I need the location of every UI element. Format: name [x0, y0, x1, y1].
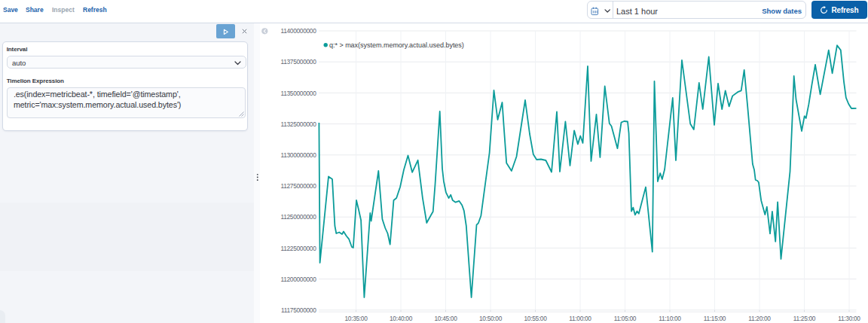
svg-text:11:25:00: 11:25:00: [793, 315, 816, 322]
svg-text:11275000000: 11275000000: [280, 182, 316, 190]
svg-text:11350000000: 11350000000: [280, 90, 316, 97]
svg-text:11225000000: 11225000000: [280, 245, 316, 252]
svg-text:11:20:00: 11:20:00: [748, 315, 771, 322]
svg-text:11300000000: 11300000000: [280, 151, 316, 159]
svg-text:11:15:00: 11:15:00: [704, 315, 726, 322]
svg-text:q:* > max(system.memory.actual: q:* > max(system.memory.actual.used.byte…: [329, 41, 464, 49]
svg-text:11200000000: 11200000000: [280, 276, 316, 283]
svg-text:11375000000: 11375000000: [280, 58, 316, 66]
svg-text:11:05:00: 11:05:00: [614, 315, 637, 322]
svg-text:11325000000: 11325000000: [280, 120, 316, 128]
svg-text:10:40:00: 10:40:00: [390, 315, 413, 322]
svg-text:11175000000: 11175000000: [281, 306, 316, 314]
svg-text:11:30:00: 11:30:00: [838, 315, 860, 322]
svg-text:10:50:00: 10:50:00: [479, 315, 503, 322]
svg-text:10:35:00: 10:35:00: [344, 315, 368, 322]
svg-text:11:10:00: 11:10:00: [659, 315, 681, 322]
svg-text:10:45:00: 10:45:00: [434, 315, 457, 322]
svg-text:11400000000: 11400000000: [280, 27, 316, 35]
svg-text:11250000000: 11250000000: [280, 213, 316, 221]
svg-text:11:00:00: 11:00:00: [569, 315, 591, 322]
svg-text:10:55:00: 10:55:00: [524, 315, 547, 322]
